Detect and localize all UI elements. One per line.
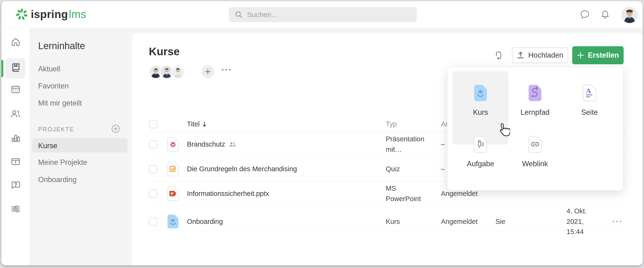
upload-icon — [517, 51, 524, 59]
create-dropdown: Kurs Lernpfad A Seite — [448, 67, 623, 190]
plus-icon — [577, 52, 584, 59]
ispring-lms-window: ispringlms Suchen... — [2, 1, 642, 265]
course-type: MS PowerPoint — [386, 183, 441, 204]
create-button[interactable]: Erstellen — [572, 46, 624, 64]
add-project-button[interactable] — [111, 124, 120, 134]
logo[interactable]: ispringlms — [16, 8, 86, 21]
row-checkbox[interactable] — [149, 165, 157, 173]
quiz-check-icon — [167, 162, 187, 176]
icon-rail — [2, 28, 30, 265]
home-icon[interactable] — [10, 36, 21, 48]
sort-desc-icon — [202, 121, 207, 127]
search-input[interactable]: Suchen... — [229, 7, 416, 22]
sidebar: Lerninhalte Aktuell Favoriten Mit mir ge… — [30, 28, 132, 265]
modified-date: 4. Okt. 2021, 15:44 — [566, 206, 607, 237]
menu-item-seite[interactable]: A Seite — [562, 84, 618, 117]
reports-icon[interactable] — [10, 133, 21, 144]
settings-sliders-icon[interactable] — [10, 203, 21, 215]
sidebar-item-meine-projekte[interactable]: Meine Projekte — [38, 158, 87, 167]
course-blue-icon — [167, 214, 187, 229]
select-all-checkbox[interactable] — [149, 120, 157, 128]
column-title[interactable]: Titel — [187, 120, 386, 128]
notifications-button[interactable] — [599, 8, 611, 21]
upload-button[interactable]: Hochladen — [512, 48, 568, 63]
search-icon — [235, 11, 243, 19]
collaborator-avatar[interactable] — [171, 65, 185, 79]
info-panel-icon[interactable] — [10, 156, 21, 167]
learning-content-icon[interactable] — [10, 62, 21, 73]
sidebar-item-mit-mir-geteilt[interactable]: Mit mir geteilt — [38, 99, 82, 107]
sidebar-item-kurse[interactable]: Kurse — [38, 142, 57, 150]
active-indicator-bar — [2, 60, 3, 77]
enrollment-status: Angemeldet — [441, 216, 496, 227]
ms-powerpoint-icon: P — [167, 186, 187, 201]
course-title: Brandschutz — [187, 139, 225, 150]
table-row[interactable]: Onboarding Kurs Angemeldet Sie 4. Okt. 2… — [149, 206, 627, 231]
column-type[interactable]: Typ — [386, 120, 441, 128]
presentation-flower-icon — [167, 137, 187, 152]
svg-text:A: A — [586, 87, 591, 95]
search-placeholder: Suchen... — [247, 11, 277, 19]
calendar-icon[interactable] — [10, 84, 21, 95]
ispring-flower-icon — [16, 9, 28, 20]
row-checkbox[interactable] — [149, 140, 157, 148]
course-title: Onboarding — [187, 216, 223, 227]
menu-item-weblink[interactable]: Weblink — [507, 135, 563, 168]
row-checkbox[interactable] — [149, 190, 157, 198]
messages-button[interactable] — [578, 8, 591, 21]
course-title: Die Grundregeln des Merchandising — [187, 164, 297, 174]
menu-item-aufgabe[interactable]: Aufgabe — [452, 135, 508, 168]
course-type: Quiz — [386, 164, 441, 174]
row-checkbox[interactable] — [149, 217, 157, 225]
menu-item-kurs[interactable]: Kurs — [452, 84, 508, 117]
add-collaborator-button[interactable] — [202, 65, 214, 78]
workspace: Lerninhalte Aktuell Favoriten Mit mir ge… — [2, 28, 642, 265]
user-avatar[interactable] — [621, 7, 638, 23]
sidebar-title: Lerninhalte — [38, 41, 85, 51]
sidebar-item-aktuell[interactable]: Aktuell — [38, 65, 60, 73]
course-type: Kurs — [386, 216, 441, 227]
page-title: Kurse — [149, 45, 180, 58]
screen: ispringlms Suchen... — [0, 0, 644, 268]
course-title: Informationssicherheit.pptx — [187, 188, 269, 199]
new-folder-button[interactable] — [495, 50, 506, 61]
sidebar-item-onboarding[interactable]: Onboarding — [38, 175, 76, 184]
sidebar-item-favoriten[interactable]: Favoriten — [38, 82, 69, 90]
top-bar: ispringlms Suchen... — [2, 1, 642, 28]
svg-text:P: P — [171, 192, 174, 196]
row-actions-button[interactable] — [607, 220, 627, 223]
owner: Sie — [496, 216, 566, 227]
projects-section-label: PROJEKTE — [38, 126, 74, 133]
menu-item-lernpfad[interactable]: Lernpfad — [507, 84, 563, 117]
users-icon[interactable] — [10, 108, 21, 119]
shared-users-icon — [229, 142, 236, 147]
help-icon[interactable] — [10, 179, 21, 190]
logo-wordmark: ispringlms — [31, 8, 86, 21]
collaborators-more-button[interactable] — [221, 68, 231, 71]
course-type: Präsentation mit… — [386, 134, 441, 155]
